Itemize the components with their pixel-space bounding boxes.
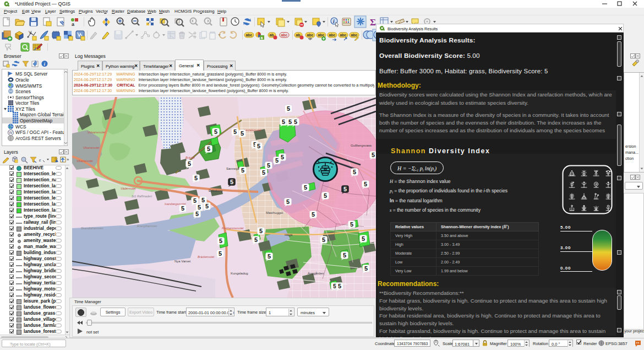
svg-text:i: i (333, 18, 335, 24)
svg-text:Fiskhamnsmotet: Fiskhamnsmotet (222, 227, 244, 230)
svg-text:Änggården: Änggården (308, 272, 324, 275)
svg-text:Energihamnen: Energihamnen (137, 224, 157, 228)
svg-text:Haga: Haga (285, 233, 293, 236)
svg-text:ab: ab (296, 33, 300, 37)
svg-text:St1 Raffinaderi: St1 Raffinaderi (132, 195, 152, 198)
svg-text:Gullbergsvass: Gullbergsvass (351, 144, 372, 147)
svg-text:abc: abc (281, 33, 287, 37)
svg-text:Vikansmotet: Vikansmotet (77, 159, 93, 163)
svg-text:Kungsladug: Kungsladug (231, 272, 248, 275)
svg-text:Bräckemotet: Bräckemotet (198, 255, 215, 259)
svg-text:a: a (261, 36, 263, 40)
svg-text:V: V (29, 30, 32, 35)
svg-text:Lerdalsmotet: Lerdalsmotet (244, 128, 261, 132)
svg-text:Masthugget: Masthugget (266, 211, 283, 214)
svg-text:Eriksberg: Eriksberg (209, 189, 222, 192)
svg-text:W: W (9, 131, 13, 134)
svg-text:Bräcke: Bräcke (185, 156, 195, 159)
svg-text:»: » (67, 157, 69, 162)
svg-text:Vädermotet: Vädermotet (121, 187, 136, 190)
svg-text:Vikansmotet: Vikansmotet (83, 146, 100, 149)
svg-text:ε: ε (39, 157, 41, 163)
svg-text:Volvansmotet: Volvansmotet (88, 131, 106, 134)
svg-text:Skandiahamnen: Skandiahamnen (81, 227, 103, 230)
svg-text:Nya Varvet: Nya Varvet (174, 260, 191, 263)
svg-text:ab: ab (269, 33, 274, 37)
svg-text:Σ: Σ (370, 17, 376, 28)
